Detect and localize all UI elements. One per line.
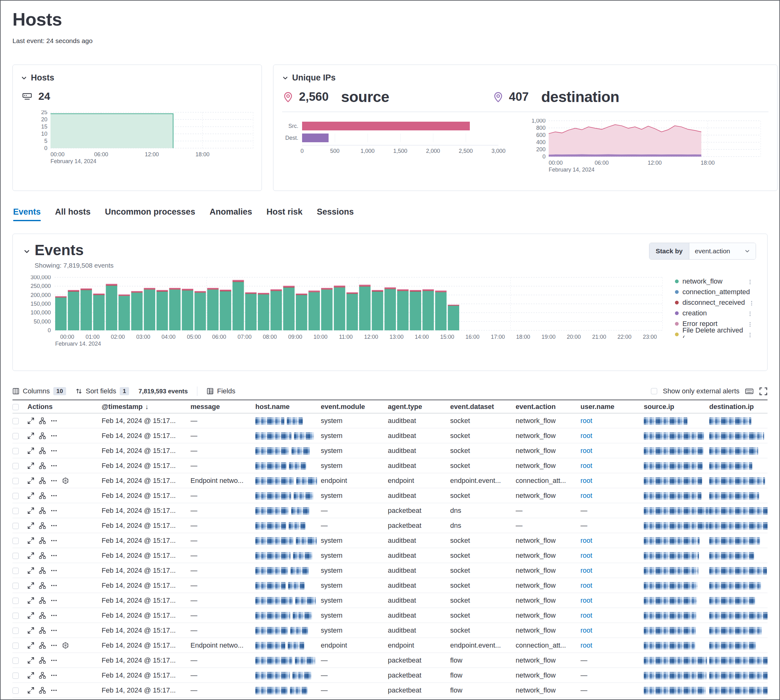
analyze-event-icon[interactable] xyxy=(39,642,46,649)
analyze-event-icon[interactable] xyxy=(39,462,46,469)
tab-host-risk[interactable]: Host risk xyxy=(266,207,303,221)
more-actions-icon[interactable] xyxy=(50,537,57,544)
more-actions-icon[interactable] xyxy=(50,642,57,649)
more-actions-icon[interactable] xyxy=(50,522,57,529)
expand-event-icon[interactable] xyxy=(27,492,34,499)
more-actions-icon[interactable] xyxy=(50,612,57,619)
stack-by-control[interactable]: Stack by event.action xyxy=(649,243,756,260)
more-actions-icon[interactable] xyxy=(50,687,57,694)
expand-event-icon[interactable] xyxy=(27,522,34,529)
more-actions-icon[interactable] xyxy=(50,567,57,574)
tab-sessions[interactable]: Sessions xyxy=(317,207,354,221)
more-actions-icon[interactable] xyxy=(50,507,57,514)
more-actions-icon[interactable] xyxy=(50,492,57,499)
legend-item-connection-attempted[interactable]: connection_attempted xyxy=(675,287,753,297)
expand-event-icon[interactable] xyxy=(27,597,34,604)
legend-options-icon[interactable] xyxy=(747,278,753,284)
external-alerts-checkbox[interactable] xyxy=(651,388,657,394)
more-actions-icon[interactable] xyxy=(50,597,57,604)
expand-event-icon[interactable] xyxy=(27,642,34,649)
select-all-checkbox[interactable] xyxy=(12,404,19,410)
row-checkbox[interactable] xyxy=(12,658,19,664)
more-actions-icon[interactable] xyxy=(50,432,57,439)
row-checkbox[interactable] xyxy=(12,433,19,439)
row-checkbox[interactable] xyxy=(12,643,19,649)
expand-event-icon[interactable] xyxy=(27,462,34,469)
user-name-link[interactable]: root xyxy=(580,612,592,619)
stack-by-select[interactable]: event.action xyxy=(689,243,756,259)
more-actions-icon[interactable] xyxy=(50,477,57,484)
more-actions-icon[interactable] xyxy=(50,552,57,559)
chevron-down-icon[interactable] xyxy=(282,75,288,81)
row-checkbox[interactable] xyxy=(12,598,19,604)
more-actions-icon[interactable] xyxy=(50,672,57,679)
row-checkbox[interactable] xyxy=(12,448,19,454)
column-header-user-name[interactable]: user.name xyxy=(580,403,644,411)
expand-event-icon[interactable] xyxy=(27,567,34,574)
user-name-link[interactable]: root xyxy=(580,537,592,544)
tab-anomalies[interactable]: Anomalies xyxy=(210,207,252,221)
expand-event-icon[interactable] xyxy=(27,687,34,694)
user-name-link[interactable]: root xyxy=(580,492,592,499)
analyze-event-icon[interactable] xyxy=(39,447,46,454)
keyboard-shortcuts-icon[interactable] xyxy=(745,387,753,395)
expand-event-icon[interactable] xyxy=(27,507,34,514)
chevron-down-icon[interactable] xyxy=(23,248,30,255)
sort-fields-button[interactable]: Sort fields 1 xyxy=(75,387,129,395)
more-actions-icon[interactable] xyxy=(50,462,57,469)
row-checkbox[interactable] xyxy=(12,628,19,634)
legend-options-icon[interactable] xyxy=(747,321,753,327)
expand-event-icon[interactable] xyxy=(27,477,34,484)
row-checkbox[interactable] xyxy=(12,418,19,424)
column-header-agent-type[interactable]: agent.type xyxy=(388,403,450,411)
analyze-event-icon[interactable] xyxy=(39,507,46,514)
legend-item-disconnect-received[interactable]: disconnect_received xyxy=(675,297,753,308)
fields-button[interactable]: Fields xyxy=(207,387,235,395)
more-actions-icon[interactable] xyxy=(50,582,57,589)
expand-event-icon[interactable] xyxy=(27,552,34,559)
column-header-destination-ip[interactable]: destination.ip xyxy=(709,403,768,411)
more-actions-icon[interactable] xyxy=(50,417,57,424)
user-name-link[interactable]: root xyxy=(580,597,592,604)
column-header-host-name[interactable]: host.name xyxy=(255,403,321,411)
analyze-event-icon[interactable] xyxy=(39,582,46,589)
analyze-event-icon[interactable] xyxy=(39,522,46,529)
row-checkbox[interactable] xyxy=(12,508,19,514)
row-checkbox[interactable] xyxy=(12,538,19,544)
legend-item-creation[interactable]: creation xyxy=(675,308,753,318)
expand-event-icon[interactable] xyxy=(27,447,34,454)
column-header-event-dataset[interactable]: event.dataset xyxy=(450,403,516,411)
user-name-link[interactable]: root xyxy=(580,552,592,559)
analyze-event-icon[interactable] xyxy=(39,432,46,439)
legend-options-icon[interactable] xyxy=(749,300,753,305)
row-checkbox[interactable] xyxy=(12,478,19,484)
more-actions-icon[interactable] xyxy=(50,627,57,634)
row-checkbox[interactable] xyxy=(12,463,19,469)
column-header-event-module[interactable]: event.module xyxy=(321,403,388,411)
user-name-link[interactable]: root xyxy=(580,477,592,485)
analyze-event-icon[interactable] xyxy=(39,492,46,499)
expand-event-icon[interactable] xyxy=(27,657,34,664)
tab-events[interactable]: Events xyxy=(13,207,41,221)
user-name-link[interactable]: root xyxy=(580,432,592,440)
expand-event-icon[interactable] xyxy=(27,627,34,634)
analyze-event-icon[interactable] xyxy=(39,687,46,694)
fullscreen-icon[interactable] xyxy=(759,387,768,395)
expand-event-icon[interactable] xyxy=(27,417,34,424)
row-checkbox[interactable] xyxy=(12,583,19,589)
legend-item-file-delete-archived[interactable]: File Delete archived ( xyxy=(675,329,753,338)
row-checkbox[interactable] xyxy=(12,673,19,679)
user-name-link[interactable]: root xyxy=(580,417,592,425)
analyze-event-icon[interactable] xyxy=(39,537,46,544)
row-checkbox[interactable] xyxy=(12,568,19,574)
row-checkbox[interactable] xyxy=(12,523,19,529)
row-checkbox[interactable] xyxy=(12,613,19,619)
expand-event-icon[interactable] xyxy=(27,582,34,589)
row-checkbox[interactable] xyxy=(12,493,19,499)
legend-options-icon[interactable] xyxy=(747,332,753,337)
analyze-event-icon[interactable] xyxy=(39,672,46,679)
legend-item-network-flow[interactable]: network_flow xyxy=(675,276,753,287)
analyze-event-icon[interactable] xyxy=(39,627,46,634)
analyze-event-icon[interactable] xyxy=(39,477,46,484)
row-checkbox[interactable] xyxy=(12,688,19,694)
